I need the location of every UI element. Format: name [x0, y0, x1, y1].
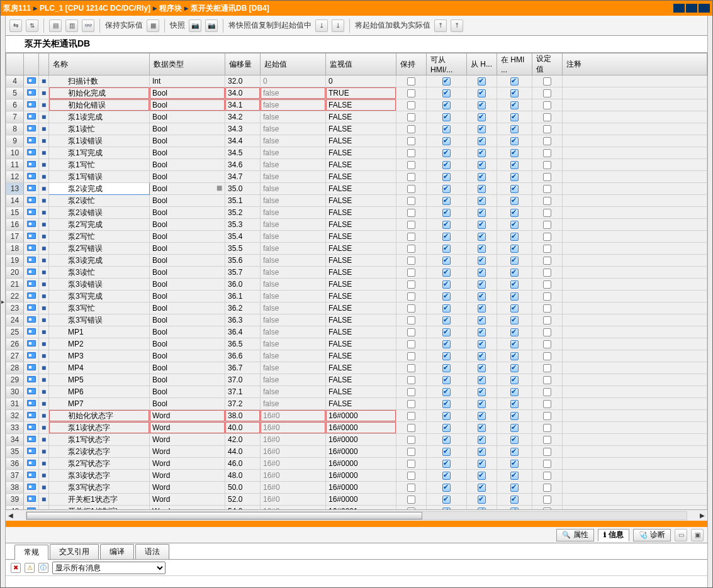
checkbox[interactable] — [407, 161, 415, 169]
checkbox[interactable] — [543, 197, 551, 205]
cell-name[interactable]: 扫描计数 — [49, 75, 150, 87]
table-row[interactable]: 30■MP6Bool37.1falseFALSE — [6, 386, 707, 398]
cell-name[interactable]: 泵1读忙 — [49, 123, 150, 135]
checkbox[interactable] — [442, 233, 451, 241]
checkbox[interactable] — [407, 149, 415, 157]
checkbox[interactable] — [442, 173, 451, 181]
checkbox[interactable] — [478, 173, 486, 181]
cell-comment[interactable] — [563, 231, 707, 243]
table-row[interactable]: 9■泵1读错误Bool34.4falseFALSE — [6, 135, 707, 147]
table-row[interactable]: 8■泵1读忙Bool34.3falseFALSE — [6, 123, 707, 135]
cell-start[interactable]: false — [261, 195, 326, 207]
checkbox[interactable] — [543, 508, 551, 509]
checkbox[interactable] — [543, 245, 551, 253]
checkbox[interactable] — [510, 292, 519, 301]
table-row[interactable]: 7■泵1读完成Bool34.2falseFALSE — [6, 111, 707, 123]
cell-type[interactable]: Bool — [150, 279, 225, 291]
cell-name[interactable]: 泵1写错误 — [49, 171, 150, 183]
cell-start[interactable]: 0 — [261, 75, 326, 87]
cell-type[interactable]: Bool — [150, 362, 225, 374]
cell-type[interactable]: Word — [150, 422, 225, 434]
cell-comment[interactable] — [563, 350, 707, 362]
data-grid[interactable]: 名称 数据类型 偏移量 起始值 监视值 保持 可从 HMI/... 从 H...… — [6, 52, 707, 509]
cell-type[interactable]: Word — [150, 458, 225, 470]
cell-start[interactable]: false — [261, 398, 326, 410]
checkbox[interactable] — [407, 209, 415, 217]
table-row[interactable]: 37■泵3读状态字Word48.016#016#0000 — [6, 470, 707, 482]
checkbox[interactable] — [478, 508, 486, 509]
checkbox[interactable] — [478, 316, 486, 325]
row-number[interactable]: 14 — [6, 195, 24, 207]
error-filter-icon[interactable]: ✖ — [11, 563, 21, 573]
table-row[interactable]: 33■泵1读状态字Word40.016#016#0000 — [6, 422, 707, 434]
checkbox[interactable] — [442, 448, 451, 456]
cell-type[interactable]: Bool — [150, 87, 225, 99]
row-number[interactable]: 24 — [6, 314, 24, 326]
col-comment[interactable]: 注释 — [563, 53, 707, 75]
cell-name[interactable]: 泵1读完成 — [49, 111, 150, 123]
row-number[interactable]: 36 — [6, 458, 24, 470]
cell-type[interactable]: Word — [150, 446, 225, 458]
checkbox[interactable] — [510, 436, 519, 444]
checkbox[interactable] — [510, 197, 519, 205]
col-hmi-vis[interactable]: 在 HMI ... — [497, 53, 532, 75]
checkbox[interactable] — [543, 257, 551, 265]
horizontal-scrollbar[interactable]: ◀ ▶ — [6, 509, 707, 521]
table-row[interactable]: 13■泵2读完成Bool35.0falseFALSE — [6, 183, 707, 195]
cell-type[interactable]: Bool — [150, 398, 225, 410]
cell-name[interactable]: 泵3写状态字 — [49, 482, 150, 494]
checkbox[interactable] — [543, 292, 551, 301]
cell-start[interactable]: false — [261, 386, 326, 398]
checkbox[interactable] — [442, 257, 451, 265]
breadcrumb-1[interactable]: PLC_1 [CPU 1214C DC/DC/Rly] — [40, 4, 150, 13]
cell-start[interactable]: false — [261, 243, 326, 255]
cell-name[interactable]: MP5 — [49, 374, 150, 386]
cell-name[interactable]: 初始化状态字 — [49, 410, 150, 422]
checkbox[interactable] — [407, 448, 415, 456]
table-row[interactable]: 25■MP1Bool36.4falseFALSE — [6, 326, 707, 338]
cell-name[interactable]: 泵2写错误 — [49, 243, 150, 255]
checkbox[interactable] — [442, 245, 451, 253]
cell-name[interactable]: 泵3读完成 — [49, 255, 150, 267]
checkbox[interactable] — [442, 328, 451, 336]
cell-start[interactable]: false — [261, 291, 326, 302]
cell-comment[interactable] — [563, 338, 707, 350]
checkbox[interactable] — [510, 149, 519, 157]
cell-type[interactable]: Bool — [150, 243, 225, 255]
checkbox[interactable] — [510, 161, 519, 169]
cell-name[interactable]: 泵3写错误 — [49, 314, 150, 326]
cell-name[interactable]: 初始化错误 — [49, 99, 150, 111]
cell-comment[interactable] — [563, 362, 707, 374]
checkbox[interactable] — [510, 125, 519, 133]
row-number[interactable]: 13 — [6, 183, 24, 195]
checkbox[interactable] — [510, 508, 519, 509]
cell-name[interactable]: 泵3读状态字 — [49, 470, 150, 482]
copy-snapshot-button-1[interactable]: ⤓ — [315, 19, 328, 32]
glasses-icon[interactable]: 👓 — [82, 19, 94, 32]
checkbox[interactable] — [442, 101, 451, 109]
checkbox[interactable] — [543, 89, 551, 97]
checkbox[interactable] — [543, 209, 551, 217]
table-row[interactable]: 27■MP3Bool36.6falseFALSE — [6, 350, 707, 362]
cell-name[interactable]: 泵2写状态字 — [49, 458, 150, 470]
cell-type[interactable]: Bool — [150, 374, 225, 386]
checkbox[interactable] — [478, 484, 486, 492]
cell-type[interactable]: Bool — [150, 159, 225, 171]
cell-type[interactable]: Bool — [150, 219, 225, 231]
cell-type[interactable]: Bool — [150, 135, 225, 147]
cell-start[interactable]: false — [261, 362, 326, 374]
col-hmi-acc[interactable]: 可从 HMI/... — [427, 53, 467, 75]
cell-start[interactable]: 16#0 — [261, 482, 326, 494]
cell-start[interactable]: false — [261, 147, 326, 159]
warning-filter-icon[interactable]: ⚠ — [25, 563, 35, 573]
checkbox[interactable] — [407, 185, 415, 193]
cell-comment[interactable] — [563, 314, 707, 326]
checkbox[interactable] — [510, 233, 519, 241]
cell-name[interactable]: 泵2写忙 — [49, 231, 150, 243]
checkbox[interactable] — [407, 472, 415, 480]
inspector-restore[interactable]: ▣ — [691, 529, 704, 541]
checkbox[interactable] — [510, 472, 519, 480]
table-row[interactable]: 15■泵2读错误Bool35.2falseFALSE — [6, 207, 707, 219]
checkbox[interactable] — [442, 508, 451, 509]
col-offset[interactable]: 偏移量 — [225, 53, 261, 75]
